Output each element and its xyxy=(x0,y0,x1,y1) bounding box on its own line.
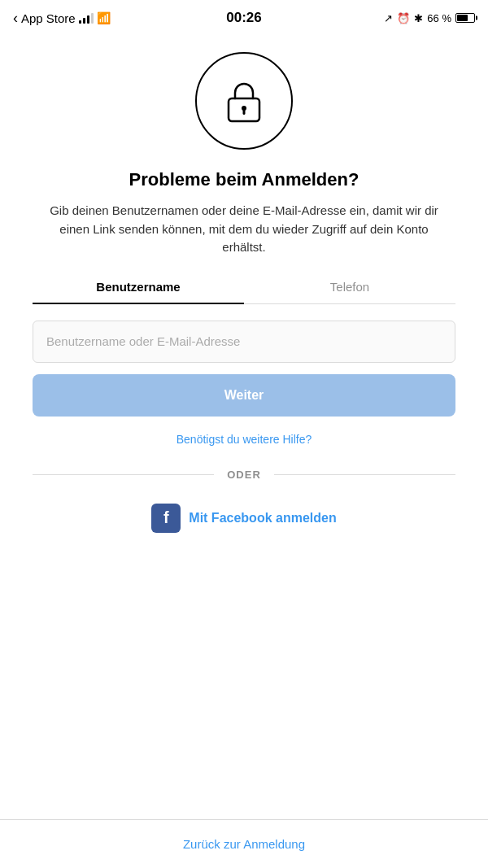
lock-icon xyxy=(222,79,266,123)
username-input[interactable] xyxy=(33,321,455,363)
signal-bar-1 xyxy=(79,20,81,24)
battery-percent: 66 % xyxy=(427,12,451,24)
battery-fill xyxy=(457,15,468,21)
help-link[interactable]: Benötigst du weitere Hilfe? xyxy=(176,433,312,446)
facebook-icon: f xyxy=(151,504,181,533)
alarm-icon: ⏰ xyxy=(397,12,410,24)
tab-phone[interactable]: Telefon xyxy=(244,280,455,303)
tabs-container: Benutzername Telefon xyxy=(33,280,455,304)
location-icon: ↗ xyxy=(384,12,393,24)
carrier-label: App Store xyxy=(21,11,76,25)
status-right: ↗ ⏰ ✱ 66 % xyxy=(384,12,475,24)
signal-bars xyxy=(79,12,94,24)
battery-icon xyxy=(455,13,475,23)
facebook-login-button[interactable]: f Mit Facebook anmelden xyxy=(151,504,336,533)
divider-line-left xyxy=(33,474,214,475)
back-chevron: ‹ xyxy=(13,10,18,27)
page-description: Gib deinen Benutzernamen oder deine E-Ma… xyxy=(49,202,439,257)
submit-button[interactable]: Weiter xyxy=(33,374,455,417)
svg-rect-2 xyxy=(243,108,246,115)
divider-line-right xyxy=(274,474,455,475)
status-time: 00:26 xyxy=(226,10,261,26)
facebook-login-label: Mit Facebook anmelden xyxy=(189,511,336,526)
tab-username[interactable]: Benutzername xyxy=(33,280,244,303)
signal-bar-4 xyxy=(91,13,94,24)
status-left: ‹ App Store 📶 xyxy=(13,10,111,27)
signal-bar-2 xyxy=(83,18,85,24)
divider: ODER xyxy=(33,469,455,481)
wifi-icon: 📶 xyxy=(97,11,111,24)
signal-bar-3 xyxy=(87,15,89,24)
back-to-login-link[interactable]: Zurück zur Anmeldung xyxy=(183,837,305,851)
page-title: Probleme beim Anmelden? xyxy=(129,169,359,190)
divider-text: ODER xyxy=(214,469,274,481)
main-content: Probleme beim Anmelden? Gib deinen Benut… xyxy=(0,36,488,549)
status-bar: ‹ App Store 📶 00:26 ↗ ⏰ ✱ 66 % xyxy=(0,0,488,36)
bottom-bar: Zurück zur Anmeldung xyxy=(0,819,488,868)
bluetooth-icon: ✱ xyxy=(414,12,423,24)
lock-circle xyxy=(195,52,293,150)
